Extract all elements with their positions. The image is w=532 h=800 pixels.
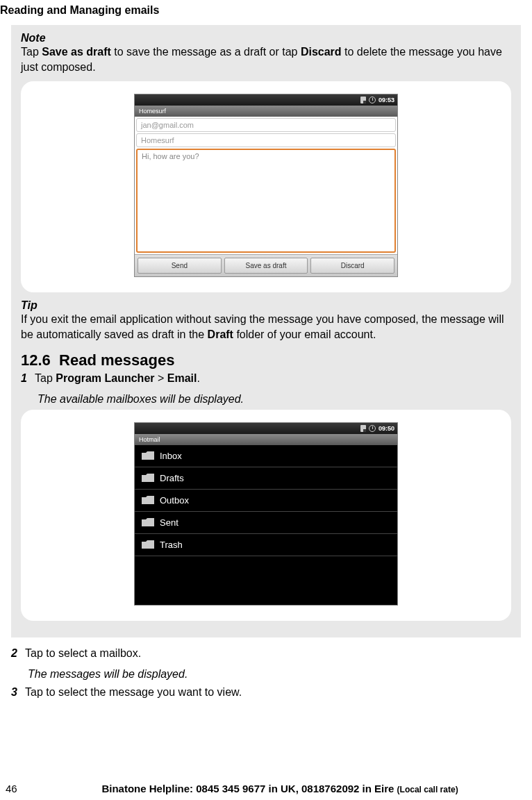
app-title: Homesurf	[139, 108, 166, 115]
step1-text: .	[197, 372, 199, 384]
step-2-result: The messages will be displayed.	[28, 668, 521, 681]
mailbox-label: Trash	[160, 540, 183, 550]
note-text: to save the message as a draft or tap	[111, 46, 301, 58]
step1-bold1: Program Launcher	[56, 372, 154, 384]
folder-icon	[142, 540, 154, 549]
to-field-text: jan@gmail.com	[141, 121, 194, 129]
sd-card-icon	[360, 425, 366, 432]
folder-icon	[142, 451, 154, 460]
step1-text: >	[155, 372, 167, 384]
mailbox-item-sent[interactable]: Sent	[135, 512, 397, 534]
app-title: Hotmail	[139, 436, 160, 443]
step-2: 2 Tap to select a mailbox.	[11, 646, 521, 661]
step-1: 1 Tap Program Launcher > Email.	[21, 371, 511, 386]
step-1-result: The available mailboxes will be displaye…	[38, 393, 511, 406]
alarm-icon	[369, 97, 376, 103]
body-field[interactable]: Hi, how are you?	[136, 149, 396, 253]
status-time: 09:50	[379, 425, 394, 432]
section-heading: 12.6 Read messages	[21, 351, 511, 369]
app-titlebar: Hotmail	[135, 434, 397, 445]
compose-screenshot-panel: 09:53 Homesurf jan@gmail.com Homesurf Hi…	[21, 81, 511, 292]
send-button[interactable]: Send	[138, 258, 222, 274]
mailbox-item-outbox[interactable]: Outbox	[135, 490, 397, 512]
grey-content-box: Note Tap Save as draft to save the messa…	[11, 25, 521, 638]
status-bar: 09:50	[135, 423, 397, 434]
tip-heading: Tip	[21, 299, 511, 312]
discard-label: Discard	[341, 262, 365, 269]
page-header: Reading and Managing emails	[0, 0, 532, 25]
save-label: Save as draft	[246, 262, 287, 269]
note-bold-save: Save as draft	[42, 46, 111, 58]
compose-device: 09:53 Homesurf jan@gmail.com Homesurf Hi…	[134, 94, 398, 277]
mailbox-screenshot-panel: 09:50 Hotmail Inbox Drafts	[21, 410, 511, 621]
status-time: 09:53	[379, 97, 394, 103]
mailbox-spacer	[135, 556, 397, 605]
section-title: Read messages	[59, 351, 174, 369]
compose-fields: jan@gmail.com Homesurf Hi, how are you?	[135, 117, 397, 253]
section-number: 12.6	[21, 351, 51, 369]
note-bold-discard: Discard	[301, 46, 342, 58]
page-footer: 46 Binatone Helpline: 0845 345 9677 in U…	[0, 783, 532, 794]
step1-bold2: Email	[167, 372, 197, 384]
app-titlebar: Homesurf	[135, 106, 397, 117]
tip-text: folder of your email account.	[233, 328, 376, 340]
step-1-text: Tap Program Launcher > Email.	[35, 371, 200, 386]
step-3: 3 Tap to select the message you want to …	[11, 685, 521, 700]
compose-button-bar: Send Save as draft Discard	[135, 254, 397, 276]
steps-lower: 2 Tap to select a mailbox. The messages …	[11, 646, 521, 699]
discard-button[interactable]: Discard	[310, 258, 394, 274]
subject-field-text: Homesurf	[141, 136, 174, 144]
mailbox-item-trash[interactable]: Trash	[135, 534, 397, 556]
subject-field[interactable]: Homesurf	[136, 133, 396, 147]
send-label: Send	[172, 262, 188, 269]
step-3-text: Tap to select the message you want to vi…	[25, 685, 242, 700]
body-field-text: Hi, how are you?	[142, 152, 199, 160]
alarm-icon	[369, 425, 376, 432]
note-text: Tap	[21, 46, 42, 58]
mailbox-list: Inbox Drafts Outbox	[135, 445, 397, 605]
to-field[interactable]: jan@gmail.com	[136, 118, 396, 132]
step-2-text: Tap to select a mailbox.	[25, 646, 141, 661]
mailbox-item-inbox[interactable]: Inbox	[135, 445, 397, 467]
sd-card-icon	[360, 97, 366, 103]
folder-icon	[142, 496, 154, 504]
page-number: 46	[6, 783, 33, 794]
mailbox-item-drafts[interactable]: Drafts	[135, 467, 397, 490]
status-bar: 09:53	[135, 94, 397, 106]
helpline-main: Binatone Helpline: 0845 345 9677 in UK, …	[101, 783, 397, 794]
step-3-num: 3	[11, 685, 25, 700]
step-1-num: 1	[21, 371, 35, 386]
note-body: Tap Save as draft to save the message as…	[21, 44, 511, 74]
mailbox-label: Drafts	[160, 473, 184, 483]
save-draft-button[interactable]: Save as draft	[224, 258, 308, 274]
note-heading: Note	[21, 32, 511, 44]
mailbox-label: Outbox	[160, 495, 189, 506]
helpline-small: (Local call rate)	[397, 785, 458, 794]
folder-icon	[142, 518, 154, 526]
tip-body: If you exit the email application withou…	[21, 312, 511, 342]
mailbox-label: Sent	[160, 517, 178, 528]
header-title: Reading and Managing emails	[0, 4, 159, 16]
tip-bold-draft: Draft	[208, 328, 233, 340]
step-2-num: 2	[11, 646, 25, 661]
mailbox-label: Inbox	[160, 451, 182, 461]
mailbox-device: 09:50 Hotmail Inbox Drafts	[134, 422, 398, 606]
step1-text: Tap	[35, 372, 56, 384]
folder-icon	[142, 474, 154, 482]
helpline-text: Binatone Helpline: 0845 345 9677 in UK, …	[33, 783, 526, 794]
